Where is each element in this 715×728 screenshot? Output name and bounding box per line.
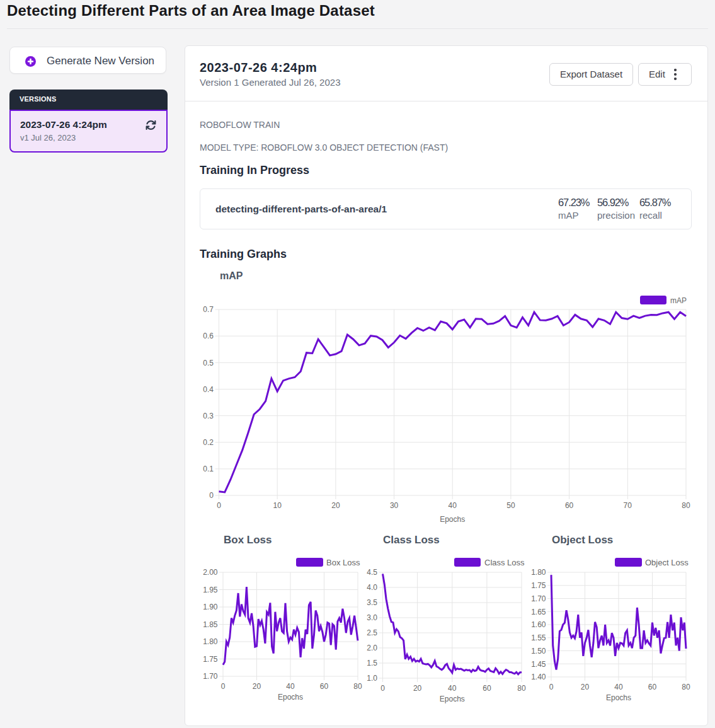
svg-text:3.5: 3.5 (367, 598, 377, 607)
svg-text:Epochs: Epochs (440, 515, 465, 524)
svg-text:0: 0 (217, 501, 221, 510)
svg-text:1.80: 1.80 (203, 637, 218, 646)
svg-text:80: 80 (682, 683, 690, 691)
svg-text:70: 70 (624, 501, 632, 510)
svg-text:Epochs: Epochs (278, 693, 303, 702)
svg-text:50: 50 (506, 501, 515, 510)
svg-text:40: 40 (286, 682, 295, 691)
svg-text:Object Loss: Object Loss (645, 558, 689, 567)
svg-text:1.90: 1.90 (203, 603, 218, 611)
svg-text:4.5: 4.5 (367, 568, 377, 577)
svg-text:Epochs: Epochs (606, 693, 631, 702)
svg-text:0: 0 (209, 491, 214, 500)
svg-text:mAP: mAP (670, 296, 687, 305)
svg-text:1.70: 1.70 (531, 594, 546, 603)
svg-text:2.0: 2.0 (367, 644, 377, 652)
svg-text:60: 60 (483, 684, 491, 693)
svg-text:1.40: 1.40 (531, 673, 546, 681)
svg-text:Class Loss: Class Loss (484, 558, 525, 567)
svg-text:1.75: 1.75 (531, 581, 546, 590)
svg-text:80: 80 (682, 501, 690, 510)
svg-text:40: 40 (614, 683, 623, 691)
svg-text:1.85: 1.85 (203, 620, 218, 629)
svg-text:3.0: 3.0 (367, 613, 377, 622)
svg-text:0: 0 (549, 683, 554, 691)
svg-text:10: 10 (273, 501, 282, 510)
svg-text:20: 20 (581, 683, 590, 691)
svg-text:0.3: 0.3 (203, 412, 214, 420)
svg-text:0.2: 0.2 (203, 438, 214, 447)
svg-text:1.70: 1.70 (203, 672, 218, 681)
svg-text:1.45: 1.45 (531, 660, 546, 669)
svg-text:1.75: 1.75 (203, 655, 218, 664)
svg-text:1.5: 1.5 (367, 659, 377, 667)
svg-text:80: 80 (517, 684, 526, 693)
svg-text:40: 40 (449, 501, 457, 510)
svg-text:2.5: 2.5 (367, 628, 377, 637)
svg-text:20: 20 (253, 682, 261, 691)
svg-text:60: 60 (320, 682, 329, 691)
svg-text:20: 20 (331, 501, 340, 510)
svg-text:30: 30 (390, 501, 399, 510)
svg-text:4.0: 4.0 (367, 583, 377, 592)
svg-text:40: 40 (448, 684, 457, 693)
svg-text:0.6: 0.6 (203, 332, 214, 340)
svg-text:0.4: 0.4 (203, 385, 214, 394)
svg-text:1.55: 1.55 (531, 633, 546, 642)
svg-text:1.0: 1.0 (367, 674, 377, 683)
svg-text:Box Loss: Box Loss (326, 558, 360, 567)
svg-text:0: 0 (221, 682, 226, 691)
svg-text:60: 60 (648, 683, 657, 691)
svg-text:2.00: 2.00 (203, 568, 218, 577)
svg-text:0.5: 0.5 (203, 359, 214, 367)
svg-text:80: 80 (353, 682, 362, 691)
svg-text:Epochs: Epochs (440, 695, 465, 703)
svg-text:1.50: 1.50 (531, 647, 546, 656)
svg-text:0: 0 (380, 684, 385, 693)
svg-text:1.60: 1.60 (531, 620, 546, 629)
svg-text:1.65: 1.65 (531, 608, 546, 616)
svg-text:1.95: 1.95 (203, 586, 218, 594)
svg-text:1.80: 1.80 (531, 568, 546, 577)
svg-text:60: 60 (565, 501, 574, 510)
svg-text:0.1: 0.1 (203, 465, 214, 473)
svg-text:0.7: 0.7 (203, 305, 214, 314)
svg-text:20: 20 (413, 684, 422, 693)
